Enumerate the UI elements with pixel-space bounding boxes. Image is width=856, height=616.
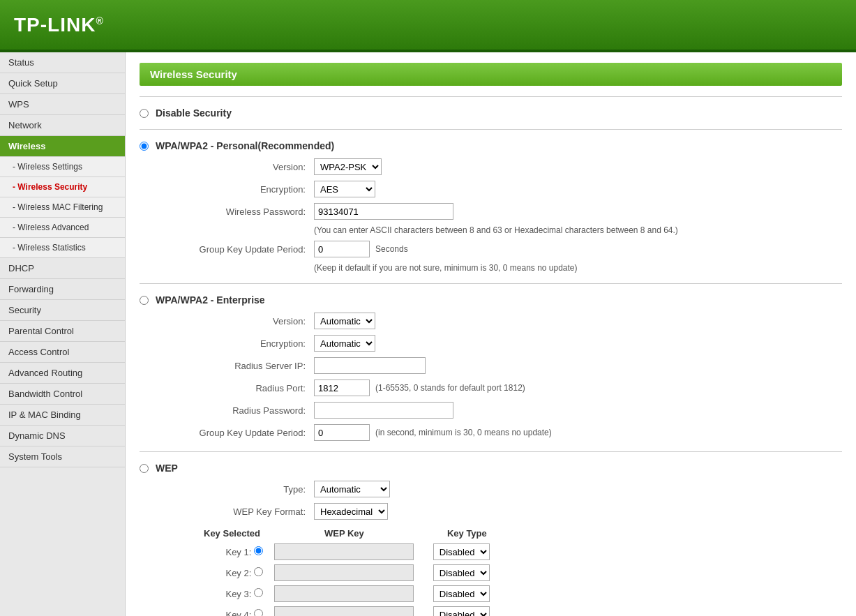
wep-key3-input[interactable] xyxy=(274,585,414,602)
wpa-enterprise-encryption-row: Encryption: Automatic TKIP AES xyxy=(167,335,842,352)
wep-key1-input[interactable] xyxy=(274,543,414,560)
wpa-enterprise-encryption-label: Encryption: xyxy=(167,338,314,349)
wep-type-row: Type: Automatic Open System Shared Key xyxy=(167,481,842,497)
wep-key4-type-select[interactable]: Disabled 64bit 128bit 152bit xyxy=(433,606,490,616)
wpa-personal-encryption-label: Encryption: xyxy=(167,184,314,195)
sidebar-item-ip-mac[interactable]: IP & MAC Binding xyxy=(0,405,125,426)
wpa-enterprise-version-select[interactable]: Automatic WPA WPA2 xyxy=(314,313,375,329)
sidebar-item-wireless-mac[interactable]: - Wireless MAC Filtering xyxy=(0,197,125,218)
wep-key3-radio[interactable] xyxy=(254,588,263,597)
wep-form: Type: Automatic Open System Shared Key W… xyxy=(167,481,842,616)
wep-radio[interactable] xyxy=(140,464,149,473)
page-title: Wireless Security xyxy=(140,63,842,86)
sidebar-item-forwarding[interactable]: Forwarding xyxy=(0,279,125,300)
wep-key1-type-cell: Disabled 64bit 128bit 152bit xyxy=(419,541,495,562)
wpa-enterprise-radius-ip-control xyxy=(314,357,426,374)
sidebar-item-wps[interactable]: WPS xyxy=(0,94,125,115)
wpa-enterprise-version-control: Automatic WPA WPA2 xyxy=(314,313,375,329)
wpa-enterprise-radius-ip-input[interactable] xyxy=(314,357,426,374)
wpa-personal-groupkey-input[interactable] xyxy=(314,241,370,257)
wpa-personal-password-control xyxy=(314,203,453,220)
wpa-enterprise-radius-port-control: (1-65535, 0 stands for default port 1812… xyxy=(314,380,525,396)
wep-key4-label: Key 4: xyxy=(195,604,269,616)
wep-key2-label: Key 2: xyxy=(195,562,269,583)
sidebar-item-system-tools[interactable]: System Tools xyxy=(0,446,125,467)
wpa-personal-password-input[interactable] xyxy=(314,203,453,220)
wpa-enterprise-radius-pass-control xyxy=(314,402,453,419)
wep-table-header: Key Selected WEP Key Key Type xyxy=(195,525,495,541)
wpa-enterprise-radius-port-hint: (1-65535, 0 stands for default port 1812… xyxy=(375,383,525,393)
wep-header: WEP xyxy=(140,463,842,474)
sidebar-item-wireless[interactable]: Wireless xyxy=(0,136,125,157)
wpa-enterprise-radius-ip-row: Radius Server IP: xyxy=(167,357,842,374)
wep-key2-type-cell: Disabled 64bit 128bit 152bit xyxy=(419,562,495,583)
wpa-enterprise-encryption-control: Automatic TKIP AES xyxy=(314,335,375,352)
wpa-enterprise-encryption-select[interactable]: Automatic TKIP AES xyxy=(314,335,375,352)
wpa-enterprise-version-label: Version: xyxy=(167,316,314,326)
divider-top xyxy=(140,96,842,97)
wpa-personal-version-select[interactable]: Automatic WPA-PSK WPA2-PSK xyxy=(314,158,382,175)
sidebar-item-status[interactable]: Status xyxy=(0,52,125,73)
wep-key3-cell xyxy=(269,583,419,604)
sidebar-item-network[interactable]: Network xyxy=(0,115,125,136)
wpa-enterprise-version-row: Version: Automatic WPA WPA2 xyxy=(167,313,842,329)
wpa-personal-form: Version: Automatic WPA-PSK WPA2-PSK Encr… xyxy=(167,158,842,273)
wpa-personal-hint2: (Keep it default if you are not sure, mi… xyxy=(314,263,578,273)
disable-security-option: Disable Security xyxy=(140,107,842,119)
wpa-personal-groupkey-label: Group Key Update Period: xyxy=(167,244,314,255)
sidebar-item-dhcp[interactable]: DHCP xyxy=(0,258,125,279)
wpa-enterprise-radius-port-input[interactable] xyxy=(314,380,370,396)
wep-key2-row: Key 2: Disabled 64bit 128bit 152bit xyxy=(195,562,495,583)
wpa-enterprise-radius-pass-input[interactable] xyxy=(314,402,453,419)
wep-key3-type-cell: Disabled 64bit 128bit 152bit xyxy=(419,583,495,604)
sidebar-item-wireless-advanced[interactable]: - Wireless Advanced xyxy=(0,218,125,238)
disable-security-radio[interactable] xyxy=(140,109,149,118)
wep-key4-cell xyxy=(269,604,419,616)
divider-1 xyxy=(140,129,842,130)
sidebar-item-ddns[interactable]: Dynamic DNS xyxy=(0,426,125,446)
wpa-enterprise-groupkey-input[interactable] xyxy=(314,424,370,441)
wpa-enterprise-radio[interactable] xyxy=(140,296,149,305)
sidebar-item-wireless-settings[interactable]: - Wireless Settings xyxy=(0,157,125,177)
divider-3 xyxy=(140,451,842,452)
wep-key2-type-select[interactable]: Disabled 64bit 128bit 152bit xyxy=(433,564,490,581)
sidebar-item-advanced-routing[interactable]: Advanced Routing xyxy=(0,363,125,384)
wep-key2-input[interactable] xyxy=(274,564,414,581)
wep-key4-radio[interactable] xyxy=(254,609,263,616)
sidebar-item-security[interactable]: Security xyxy=(0,300,125,321)
sidebar: Status Quick Setup WPS Network Wireless … xyxy=(0,52,126,616)
wpa-personal-hint1: (You can enter ASCII characters between … xyxy=(314,225,678,235)
divider-2 xyxy=(140,283,842,284)
wpa-enterprise-radius-port-label: Radius Port: xyxy=(167,383,314,393)
wep-key2-radio[interactable] xyxy=(254,567,263,576)
wep-type-select[interactable]: Automatic Open System Shared Key xyxy=(314,481,390,497)
sidebar-item-parental[interactable]: Parental Control xyxy=(0,321,125,342)
sidebar-item-wireless-stats[interactable]: - Wireless Statistics xyxy=(0,238,125,258)
wep-format-control: Hexadecimal ASCII xyxy=(314,503,388,520)
wep-key4-input[interactable] xyxy=(274,606,414,616)
sidebar-item-wireless-security[interactable]: - Wireless Security xyxy=(0,177,125,197)
wep-key3-type-select[interactable]: Disabled 64bit 128bit 152bit xyxy=(433,585,490,602)
sidebar-item-access-control[interactable]: Access Control xyxy=(0,342,125,363)
wep-key1-type-select[interactable]: Disabled 64bit 128bit 152bit xyxy=(433,543,490,560)
wpa-enterprise-radius-ip-label: Radius Server IP: xyxy=(167,361,314,371)
sidebar-item-quick-setup[interactable]: Quick Setup xyxy=(0,73,125,94)
wpa-enterprise-groupkey-label: Group Key Update Period: xyxy=(167,428,314,438)
wpa-personal-radio[interactable] xyxy=(140,142,149,151)
wep-format-select[interactable]: Hexadecimal ASCII xyxy=(314,503,388,520)
wep-key2-cell xyxy=(269,562,419,583)
wep-key1-label: Key 1: xyxy=(195,541,269,562)
wep-key4-type-cell: Disabled 64bit 128bit 152bit xyxy=(419,604,495,616)
disable-security-label: Disable Security xyxy=(156,107,232,119)
wpa-personal-encryption-select[interactable]: Automatic TKIP AES xyxy=(314,181,375,197)
wpa-personal-password-label: Wireless Password: xyxy=(167,206,314,217)
wpa-enterprise-groupkey-control: (in second, minimum is 30, 0 means no up… xyxy=(314,424,552,441)
wpa-enterprise-radius-pass-row: Radius Password: xyxy=(167,402,842,419)
wep-key1-radio[interactable] xyxy=(254,546,263,555)
wpa-personal-label: WPA/WPA2 - Personal(Recommended) xyxy=(156,140,334,151)
wpa-enterprise-radius-pass-label: Radius Password: xyxy=(167,405,314,416)
wep-key1-cell xyxy=(269,541,419,562)
wep-type-control: Automatic Open System Shared Key xyxy=(314,481,390,497)
sidebar-item-bandwidth[interactable]: Bandwidth Control xyxy=(0,384,125,405)
wpa-personal-groupkey-control: Seconds xyxy=(314,241,408,257)
